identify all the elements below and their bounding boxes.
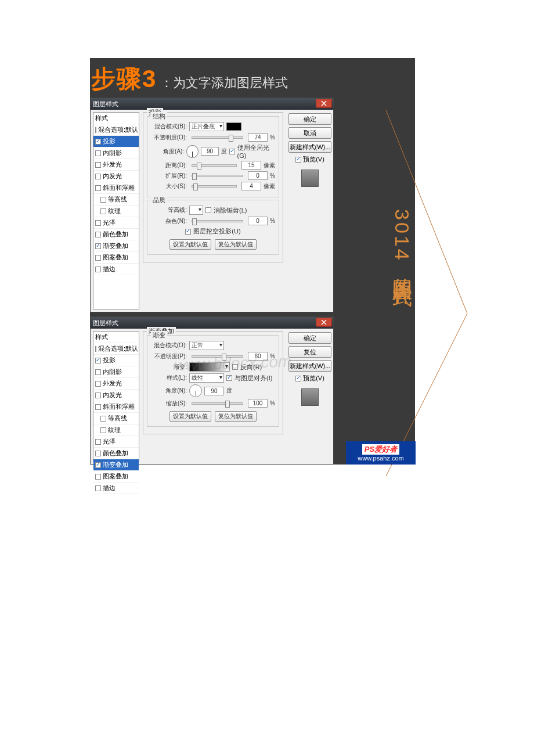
style-checkbox[interactable] xyxy=(95,220,101,226)
style-checkbox[interactable] xyxy=(100,197,106,203)
step-number: 步骤3 xyxy=(91,63,157,95)
style-checkbox[interactable] xyxy=(95,485,101,491)
make-default-button[interactable]: 设置为默认值 xyxy=(169,239,211,250)
style-list-item[interactable]: 描边 xyxy=(93,483,139,494)
style-list-item[interactable]: 颜色叠加 xyxy=(93,229,139,240)
style-checkbox[interactable] xyxy=(95,451,101,456)
close-button[interactable] xyxy=(316,318,332,327)
blend-mode-select[interactable]: 正常 xyxy=(189,341,224,350)
style-list-item[interactable]: 纹理 xyxy=(93,424,139,436)
noise-slider[interactable] xyxy=(192,220,243,222)
opacity-slider[interactable] xyxy=(192,136,243,139)
angle-dial[interactable] xyxy=(189,384,202,397)
size-input[interactable]: 4 xyxy=(241,182,261,190)
style-checkbox[interactable] xyxy=(95,267,101,272)
knockout-checkbox[interactable] xyxy=(185,229,191,235)
style-checkbox[interactable] xyxy=(95,243,101,249)
style-list-item[interactable]: 纹理 xyxy=(93,206,139,217)
style-list-item[interactable]: 样式 xyxy=(93,113,139,124)
color-swatch[interactable] xyxy=(226,123,241,131)
style-list-item[interactable]: 图案叠加 xyxy=(93,252,139,264)
style-list-item[interactable]: 外发光 xyxy=(93,159,139,171)
style-list-item[interactable]: 等高线 xyxy=(93,413,139,424)
scale-slider[interactable] xyxy=(192,402,243,405)
style-list-item[interactable]: 外发光 xyxy=(93,378,139,390)
style-list-item[interactable]: 混合选项:默认 xyxy=(93,124,139,136)
ok-button[interactable]: 确定 xyxy=(288,113,331,125)
new-style-button[interactable]: 新建样式(W)... xyxy=(288,360,331,372)
style-list-item[interactable]: 斜面和浮雕 xyxy=(93,401,139,413)
style-checkbox[interactable] xyxy=(100,416,106,422)
distance-slider[interactable] xyxy=(192,164,237,167)
style-select[interactable]: 线性 xyxy=(189,373,224,383)
angle-dial[interactable] xyxy=(186,145,198,158)
style-checkbox[interactable] xyxy=(95,139,101,145)
ok-button[interactable]: 确定 xyxy=(288,332,331,344)
titlebar[interactable]: 图层样式 xyxy=(91,98,333,110)
align-checkbox[interactable] xyxy=(226,375,232,381)
reset-default-button[interactable]: 复位为默认值 xyxy=(215,411,257,422)
style-checkbox[interactable] xyxy=(95,404,101,410)
style-checkbox[interactable] xyxy=(95,346,96,352)
angle-input[interactable]: 90 xyxy=(201,147,219,156)
opacity-input[interactable]: 74 xyxy=(248,133,268,142)
style-list-item[interactable]: 斜面和浮雕 xyxy=(93,182,139,194)
spread-slider[interactable] xyxy=(192,175,243,177)
antialias-checkbox[interactable] xyxy=(205,207,211,213)
distance-input[interactable]: 15 xyxy=(241,161,261,170)
reset-default-button[interactable]: 复位为默认值 xyxy=(215,239,257,250)
style-checkbox[interactable] xyxy=(95,185,101,191)
make-default-button[interactable]: 设置为默认值 xyxy=(169,411,211,422)
layer-style-dialog-gradient: 图层样式 样式混合选项:默认投影内阴影外发光内发光斜面和浮雕等高线纹理光泽颜色叠… xyxy=(90,316,334,465)
style-list-item[interactable]: 等高线 xyxy=(93,194,139,206)
style-checkbox[interactable] xyxy=(95,439,101,445)
style-list-item[interactable]: 内发光 xyxy=(93,390,139,401)
style-list-item[interactable]: 内阴影 xyxy=(93,147,139,159)
style-checkbox[interactable] xyxy=(95,127,96,133)
style-checkbox[interactable] xyxy=(95,393,101,398)
contour-picker[interactable] xyxy=(189,206,203,215)
style-list-item[interactable]: 内发光 xyxy=(93,171,139,182)
style-checkbox[interactable] xyxy=(100,208,106,214)
titlebar[interactable]: 图层样式 xyxy=(91,317,333,329)
style-list[interactable]: 样式混合选项:默认投影内阴影外发光内发光斜面和浮雕等高线纹理光泽颜色叠加渐变叠加… xyxy=(93,331,139,462)
style-list-item[interactable]: 描边 xyxy=(93,264,139,275)
style-list-item[interactable]: 图案叠加 xyxy=(93,471,139,483)
style-checkbox[interactable] xyxy=(95,474,101,480)
style-list-item[interactable]: 样式 xyxy=(93,332,139,343)
angle-input[interactable]: 90 xyxy=(204,387,224,395)
style-checkbox[interactable] xyxy=(95,150,101,156)
style-checkbox[interactable] xyxy=(95,381,101,387)
style-list-item[interactable]: 投影 xyxy=(93,355,139,366)
style-list-item[interactable]: 光泽 xyxy=(93,436,139,448)
style-list-item[interactable]: 内阴影 xyxy=(93,366,139,378)
style-checkbox[interactable] xyxy=(95,174,101,179)
scale-input[interactable]: 100 xyxy=(248,399,268,408)
blend-mode-select[interactable]: 正片叠底 xyxy=(189,122,224,131)
style-checkbox[interactable] xyxy=(95,255,101,261)
preview-checkbox[interactable] xyxy=(295,157,301,163)
style-list-item[interactable]: 颜色叠加 xyxy=(93,448,139,459)
style-checkbox[interactable] xyxy=(95,232,101,237)
style-list-item[interactable]: 投影 xyxy=(93,136,139,147)
cancel-button[interactable]: 取消 xyxy=(288,127,331,139)
style-checkbox[interactable] xyxy=(95,162,101,168)
style-list-item[interactable]: 光泽 xyxy=(93,217,139,229)
size-slider[interactable] xyxy=(192,185,237,188)
style-list-item[interactable]: 混合选项:默认 xyxy=(93,343,139,355)
global-light-checkbox[interactable] xyxy=(229,149,234,154)
style-list-item[interactable]: 渐变叠加 xyxy=(93,459,139,471)
spread-input[interactable]: 0 xyxy=(248,171,268,180)
close-button[interactable] xyxy=(316,99,332,108)
noise-input[interactable]: 0 xyxy=(248,217,268,225)
reset-button[interactable]: 复位 xyxy=(288,346,331,358)
style-checkbox[interactable] xyxy=(95,358,101,363)
style-checkbox[interactable] xyxy=(95,462,101,468)
new-style-button[interactable]: 新建样式(W)... xyxy=(288,141,331,153)
style-list-item[interactable]: 渐变叠加 xyxy=(93,240,139,252)
struct-label: 结构 xyxy=(151,112,167,121)
preview-checkbox[interactable] xyxy=(295,376,301,381)
style-list[interactable]: 样式混合选项:默认投影内阴影外发光内发光斜面和浮雕等高线纹理光泽颜色叠加渐变叠加… xyxy=(93,112,139,309)
style-checkbox[interactable] xyxy=(95,369,101,375)
style-checkbox[interactable] xyxy=(100,427,106,433)
